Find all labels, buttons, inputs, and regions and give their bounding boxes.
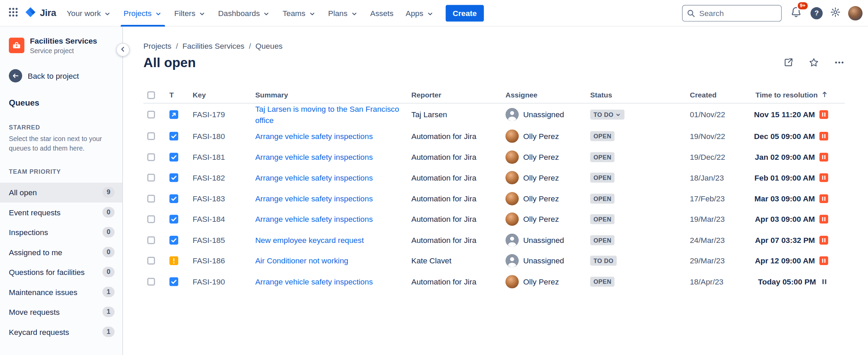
move-type-icon (169, 110, 178, 119)
issue-key: FASI-182 (189, 173, 252, 182)
issue-key: FASI-180 (189, 132, 252, 141)
nav-item-apps[interactable]: Apps (399, 0, 440, 26)
sidebar-queue-keycard-requests[interactable]: Keycard requests1 (0, 322, 122, 342)
sidebar-collapse-button[interactable] (116, 43, 130, 57)
project-type: Service project (30, 47, 97, 55)
queue-row: FASI-186Air Conditioner not workingKate … (143, 250, 845, 271)
jira-logo[interactable]: Jira (22, 6, 61, 20)
sla-paused-icon (819, 173, 828, 182)
sla-paused-icon (819, 257, 828, 265)
queue-count-badge: 1 (103, 307, 115, 317)
queue-list: All open9Event requests0Inspections0Assi… (0, 182, 122, 342)
select-all-checkbox[interactable] (147, 91, 155, 99)
sidebar-queue-inspections[interactable]: Inspections0 (0, 222, 122, 242)
sidebar-queue-maintenance-issues[interactable]: Maintenance issues1 (0, 282, 122, 302)
nav-item-assets[interactable]: Assets (364, 0, 399, 26)
task-type-icon (169, 153, 178, 161)
status-badge: OPEN (590, 235, 615, 245)
row-checkbox[interactable] (147, 133, 155, 140)
sla-paused-dark-icon (821, 278, 828, 285)
issue-summary-link[interactable]: Arrange vehicle safety inspections (255, 152, 373, 163)
back-to-project-button[interactable]: Back to project (9, 69, 113, 82)
time-to-resolution-value: Apr 07 03:32 PM (755, 236, 815, 245)
search-input[interactable] (682, 5, 781, 21)
create-button[interactable]: Create (445, 5, 484, 21)
app-switcher-button[interactable] (4, 4, 22, 22)
nav-item-your-work[interactable]: Your work (61, 0, 118, 26)
header-type[interactable]: T (166, 91, 189, 99)
sidebar-queue-move-requests[interactable]: Move requests1 (0, 302, 122, 322)
nav-item-label: Your work (67, 9, 101, 17)
status-label: OPEN (593, 133, 611, 139)
more-actions-button[interactable] (834, 57, 844, 68)
nav-item-teams[interactable]: Teams (276, 0, 322, 26)
header-reporter[interactable]: Reporter (408, 91, 502, 99)
reporter-name: Automation for Jira (408, 215, 502, 224)
header-ttr-label: Time to resolution (756, 91, 818, 99)
issue-summary-link[interactable]: New employee keycard request (255, 234, 364, 246)
sort-ascending-icon (821, 91, 828, 99)
header-assignee[interactable]: Assignee (502, 91, 587, 99)
row-checkbox[interactable] (147, 111, 155, 119)
header-summary[interactable]: Summary (252, 91, 408, 99)
notification-count-badge: 9+ (796, 1, 809, 10)
row-checkbox[interactable] (147, 215, 155, 223)
breadcrumb-separator: / (249, 42, 251, 50)
issue-summary-link[interactable]: Arrange vehicle safety inspections (255, 276, 373, 287)
assignee-name: Olly Perez (523, 173, 559, 182)
header-status[interactable]: Status (586, 91, 686, 99)
issue-summary-link[interactable]: Arrange vehicle safety inspections (255, 131, 373, 142)
assignee-avatar (505, 192, 519, 205)
row-checkbox[interactable] (147, 174, 155, 182)
notifications-button[interactable]: 9+ (789, 5, 803, 21)
row-checkbox[interactable] (147, 195, 155, 203)
header-key[interactable]: Key (189, 91, 252, 99)
header-created[interactable]: Created (686, 91, 746, 99)
row-checkbox[interactable] (147, 153, 155, 161)
row-checkbox[interactable] (147, 257, 155, 265)
sidebar-queue-event-requests[interactable]: Event requests0 (0, 202, 122, 222)
sidebar-queue-all-open[interactable]: All open9 (0, 182, 122, 202)
queue-count-badge: 1 (103, 287, 115, 297)
export-button[interactable] (783, 57, 794, 68)
issue-summary-link[interactable]: Arrange vehicle safety inspections (255, 214, 373, 225)
sidebar-queue-assigned-to-me[interactable]: Assigned to me0 (0, 242, 122, 262)
assignee-name: Unassigned (523, 236, 564, 245)
header-time-to-resolution[interactable]: Time to resolution (756, 91, 828, 99)
reporter-name: Automation for Jira (408, 236, 502, 245)
sidebar-queue-questions-for-facilities[interactable]: Questions for facilities0 (0, 262, 122, 282)
nav-item-dashboards[interactable]: Dashboards (212, 0, 276, 26)
star-button[interactable] (808, 57, 819, 68)
status-badge: OPEN (590, 132, 615, 141)
breadcrumb-projects[interactable]: Projects (143, 42, 171, 50)
chevron-down-icon (154, 10, 162, 17)
row-checkbox[interactable] (147, 236, 155, 244)
created-date: 19/Mar/23 (686, 215, 746, 224)
issue-summary-link[interactable]: Taj Larsen is moving to the San Francisc… (255, 104, 408, 126)
nav-item-projects[interactable]: Projects (118, 0, 168, 26)
task-type-icon (169, 194, 178, 203)
issue-summary-link[interactable]: Air Conditioner not working (255, 255, 348, 266)
primary-nav: Your workProjectsFiltersDashboardsTeamsP… (61, 0, 440, 26)
queue-row: FASI-183Arrange vehicle safety inspectio… (143, 188, 845, 209)
status-badge[interactable]: TO DO (590, 110, 625, 120)
unassigned-avatar-icon (505, 233, 519, 247)
assignee-avatar (505, 130, 519, 143)
help-button[interactable]: ? (810, 7, 823, 19)
user-avatar[interactable] (848, 6, 863, 20)
breadcrumb-facilities-services[interactable]: Facilities Services (182, 42, 244, 50)
settings-button[interactable] (830, 6, 841, 20)
jira-logo-icon (24, 6, 36, 20)
nav-item-plans[interactable]: Plans (322, 0, 364, 26)
sla-paused-icon (819, 215, 828, 224)
issue-summary-link[interactable]: Arrange vehicle safety inspections (255, 193, 373, 204)
arrow-left-icon (9, 69, 22, 82)
assignee-avatar (505, 151, 519, 164)
row-checkbox[interactable] (147, 278, 155, 285)
breadcrumb-queues[interactable]: Queues (256, 42, 283, 50)
status-badge: OPEN (590, 173, 615, 183)
issue-summary-link[interactable]: Arrange vehicle safety inspections (255, 172, 373, 184)
nav-item-filters[interactable]: Filters (168, 0, 212, 26)
nav-item-label: Filters (174, 9, 195, 17)
title-row: All open (143, 55, 845, 70)
